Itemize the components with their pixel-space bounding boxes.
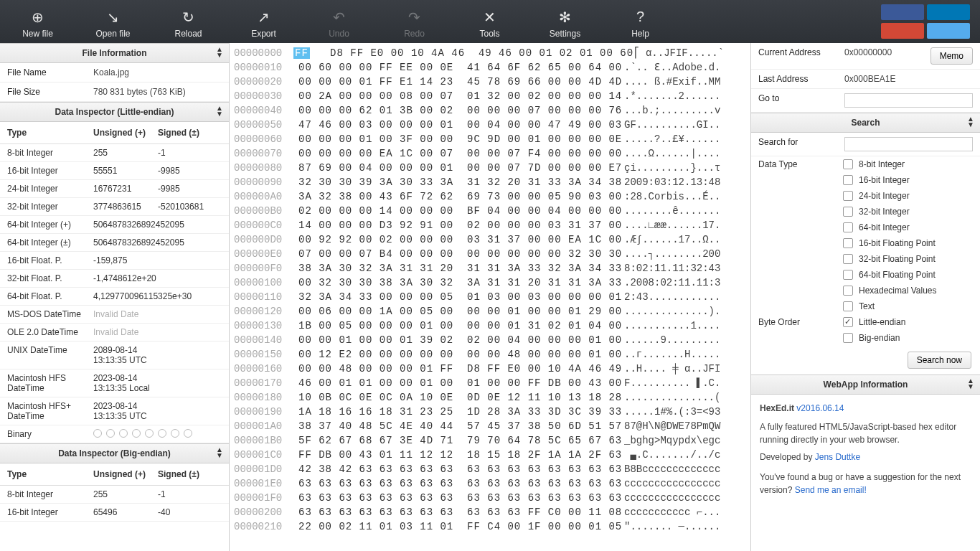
be-checkbox[interactable] [843, 333, 853, 343]
developer-link[interactable]: Jens Duttke [815, 452, 860, 462]
ascii[interactable]: .2008:02:11.11:3 [624, 276, 746, 290]
search-type-checkbox[interactable] [843, 222, 853, 232]
ascii[interactable]: ........ê....... [624, 204, 746, 218]
ascii[interactable]: :28.Corbis...É.. [624, 189, 746, 204]
hex-line[interactable]: 00000000FF D8 FF E0 00 10 4A 46 49 46 00… [234, 46, 746, 60]
hex-line[interactable]: 000001301B 00 05 00 00 00 01 00 00 00 01… [234, 319, 746, 333]
ascii[interactable]: .*.......2...... [624, 89, 746, 103]
ascii[interactable]: ccccccccccc ⌐... [624, 505, 746, 519]
hex-line[interactable]: 000000D000 92 92 00 02 00 00 00 03 31 37… [234, 232, 746, 247]
hex-bytes[interactable]: FF DB 00 43 01 11 12 12 18 15 18 2F 1A 1… [298, 448, 624, 462]
file-info-header[interactable]: File Information▲▼ [0, 43, 229, 63]
ascii[interactable]: .`.. Ɛ..Adobe.d. [624, 60, 746, 75]
search-type-checkbox[interactable] [843, 159, 853, 169]
toolbar-reload[interactable]: ↻Reload [151, 4, 226, 39]
toolbar-help[interactable]: ?Help [603, 4, 678, 39]
hex-bytes[interactable]: 63 63 63 63 63 63 63 63 63 63 63 63 63 6… [298, 476, 624, 491]
hex-line[interactable]: 000001E063 63 63 63 63 63 63 63 63 63 63… [234, 476, 746, 491]
hex-line[interactable]: 000001F063 63 63 63 63 63 63 63 63 63 63… [234, 491, 746, 505]
hex-bytes[interactable]: 00 32 30 30 38 3A 30 32 3A 31 31 20 31 3… [298, 276, 624, 290]
toolbar-new-file[interactable]: ⊕New file [0, 4, 75, 39]
hex-line[interactable]: 0000004000 00 00 62 01 3B 00 02 00 00 00… [234, 103, 746, 118]
search-type-checkbox[interactable] [843, 175, 853, 185]
hex-bytes[interactable]: 63 63 63 63 63 63 63 63 63 63 63 FF C0 0… [298, 505, 624, 519]
search-type-checkbox[interactable] [843, 301, 853, 311]
hex-line[interactable]: 000001A038 37 40 48 5C 4E 40 44 57 45 37… [234, 419, 746, 433]
hex-bytes[interactable]: 32 30 30 39 3A 30 33 3A 31 32 20 31 33 3… [298, 175, 624, 189]
hex-bytes[interactable]: 14 00 00 00 D3 92 91 00 02 00 00 00 03 3… [298, 218, 624, 232]
go-to-input[interactable] [844, 93, 973, 108]
ascii[interactable]: 2009:03:12.13:48 [624, 175, 746, 189]
hex-bytes[interactable]: 1B 00 05 00 00 00 01 00 00 00 01 31 02 0… [298, 319, 624, 333]
ascii[interactable]: ....∟ææ......17. [624, 218, 746, 232]
webapp-header[interactable]: WebApp Information▲▼ [751, 375, 980, 395]
hex-line[interactable]: 0000003000 2A 00 00 00 08 00 07 01 32 00… [234, 89, 746, 103]
hex-bytes[interactable]: 07 00 00 07 B4 00 00 00 00 00 00 00 00 3… [298, 247, 624, 261]
di-be-header[interactable]: Data Inspector (Big-endian)▲▼ [0, 443, 229, 463]
le-checkbox[interactable] [843, 317, 853, 327]
search-type-checkbox[interactable] [843, 254, 853, 264]
ascii[interactable]: ▄.C......./../c [624, 448, 746, 462]
ascii[interactable]: ..H.... ╪ α..JFI [624, 362, 746, 376]
toolbar-export[interactable]: ↗Export [226, 4, 301, 39]
hex-line[interactable]: 0000009032 30 30 39 3A 30 33 3A 31 32 20… [234, 175, 746, 189]
hex-bytes[interactable]: 38 37 40 48 5C 4E 40 44 57 45 37 38 50 6… [298, 419, 624, 433]
hex-bytes[interactable]: 32 3A 34 33 00 00 00 05 01 03 00 03 00 0… [298, 290, 624, 304]
hex-bytes[interactable]: 00 06 00 00 1A 00 05 00 00 00 01 00 00 0… [298, 304, 624, 319]
ascii[interactable]: ...b.;.........v [624, 103, 746, 118]
search-type-checkbox[interactable] [843, 270, 853, 280]
hex-line[interactable]: 000000F038 3A 30 32 3A 31 31 20 31 31 3A… [234, 261, 746, 276]
ascii[interactable]: .Æ∫......17..Ω.. [624, 232, 746, 247]
search-type-checkbox[interactable] [843, 238, 853, 248]
hex-bytes[interactable]: 00 00 00 00 EA 1C 00 07 00 00 07 F4 00 0… [298, 146, 624, 161]
memo-button[interactable]: Memo [930, 47, 973, 65]
search-type-checkbox[interactable] [843, 207, 853, 217]
hex-bytes[interactable]: 00 00 00 62 01 3B 00 02 00 00 00 07 00 0… [298, 103, 624, 118]
hex-bytes[interactable]: 00 00 01 00 00 01 39 02 02 00 04 00 00 0… [298, 333, 624, 347]
hex-line[interactable]: 000001B05F 62 67 68 67 3E 4D 71 79 70 64… [234, 433, 746, 448]
hex-line[interactable]: 0000020063 63 63 63 63 63 63 63 63 63 63… [234, 505, 746, 519]
hex-line[interactable]: 0000014000 00 01 00 00 01 39 02 02 00 04… [234, 333, 746, 347]
hex-bytes[interactable]: 63 63 63 63 63 63 63 63 63 63 63 63 63 6… [298, 491, 624, 505]
ascii[interactable]: GF..........GI.. [624, 118, 746, 132]
ascii[interactable]: ..............). [624, 304, 746, 319]
hex-bytes[interactable]: 38 3A 30 32 3A 31 31 20 31 31 3A 33 32 3… [298, 261, 624, 276]
hex-line[interactable]: 000000A03A 32 38 00 43 6F 72 62 69 73 00… [234, 189, 746, 204]
bit-indicator[interactable] [119, 429, 128, 438]
hex-bytes[interactable]: 22 00 02 11 01 03 11 01 FF C4 00 1F 00 0… [298, 519, 624, 534]
ascii[interactable]: _bghg>Mqypdx\egc [624, 433, 746, 448]
hex-line[interactable]: 000000C014 00 00 00 D3 92 91 00 02 00 00… [234, 218, 746, 232]
hex-bytes[interactable]: 47 46 00 03 00 00 00 01 00 04 00 00 47 4… [298, 118, 624, 132]
ascii[interactable]: .....1#%.(:3=<93 [624, 405, 746, 419]
bit-indicator[interactable] [158, 429, 166, 438]
bit-indicator[interactable] [184, 429, 192, 438]
twitter-button[interactable] [927, 23, 970, 39]
toolbar-settings[interactable]: ✻Settings [527, 4, 603, 39]
hex-bytes[interactable]: 00 00 48 00 00 00 01 FF D8 FF E0 00 10 4… [298, 362, 624, 376]
search-now-button[interactable]: Search now [908, 352, 971, 369]
search-for-input[interactable] [844, 137, 973, 151]
bit-indicator[interactable] [132, 429, 141, 438]
toolbar-open-file[interactable]: ↘Open file [75, 4, 151, 39]
hex-bytes[interactable]: 1A 18 16 16 18 31 23 25 1D 28 3A 33 3D 3… [298, 405, 624, 419]
ascii[interactable]: 2:43............ [624, 290, 746, 304]
bit-indicator[interactable] [171, 429, 179, 438]
like-button[interactable] [927, 4, 970, 20]
hex-bytes[interactable]: 00 12 E2 00 00 00 00 00 00 00 48 00 00 0… [298, 347, 624, 362]
hex-bytes[interactable]: 5F 62 67 68 67 3E 4D 71 79 70 64 78 5C 6… [298, 433, 624, 448]
hex-line[interactable]: 0000007000 00 00 00 EA 1C 00 07 00 00 07… [234, 146, 746, 161]
search-header[interactable]: Search▲▼ [751, 113, 980, 133]
hex-line[interactable]: 0000008087 69 00 04 00 00 00 01 00 00 07… [234, 161, 746, 175]
hex-line[interactable]: 0000002000 00 00 01 FF E1 14 23 45 78 69… [234, 75, 746, 89]
selected-byte[interactable]: FF [293, 47, 310, 59]
ascii[interactable]: .... ß.#Exif..MM [624, 75, 746, 89]
search-type-checkbox[interactable] [843, 191, 853, 201]
hex-line[interactable]: 000000E007 00 00 07 B4 00 00 00 00 00 00… [234, 247, 746, 261]
hex-line[interactable]: 0000001000 60 00 00 FF EE 00 0E 41 64 6F… [234, 60, 746, 75]
googleplus-button[interactable] [881, 23, 924, 39]
hex-line[interactable]: 0000018010 0B 0C 0E 0C 0A 10 0E 0D 0E 12… [234, 390, 746, 405]
hex-bytes[interactable]: 46 00 01 01 00 00 01 00 01 00 00 FF DB 0… [298, 376, 624, 390]
ascii[interactable]: 87@H\N@DWE78PmQW [624, 419, 746, 433]
hex-line[interactable]: 0000011032 3A 34 33 00 00 00 05 01 03 00… [234, 290, 746, 304]
ascii[interactable]: "....... ─...... [624, 519, 746, 534]
